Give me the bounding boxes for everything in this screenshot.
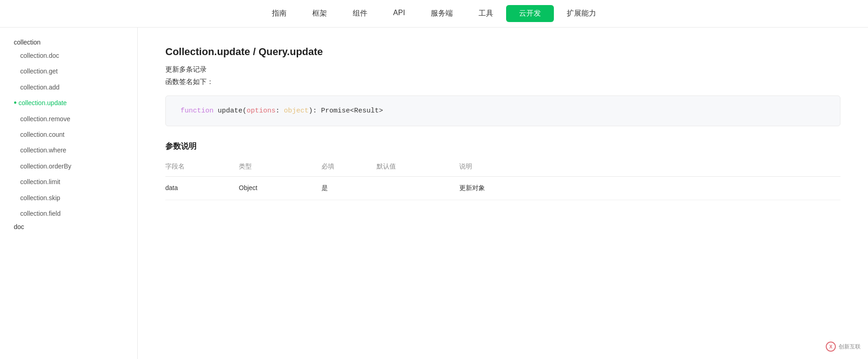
td-default (377, 177, 459, 200)
nav-item-组件[interactable]: 组件 (340, 5, 380, 22)
sidebar-item-collection-get[interactable]: collection.get (0, 63, 137, 79)
nav-item-云开发[interactable]: 云开发 (506, 5, 554, 22)
sidebar-section-collection[interactable]: collection (0, 37, 137, 48)
th-type: 类型 (239, 159, 321, 177)
sidebar-item-collection-doc[interactable]: collection.doc (0, 48, 137, 63)
nav-item-框架[interactable]: 框架 (299, 5, 340, 22)
th-desc: 说明 (459, 159, 840, 177)
sidebar-item-collection-skip[interactable]: collection.skip (0, 190, 137, 206)
sidebar-item-collection-remove[interactable]: collection.remove (0, 111, 137, 127)
td-desc: 更新对象 (459, 177, 840, 200)
func-signature-label: 函数签名如下： (165, 78, 840, 86)
content-area: Collection.update / Query.update 更新多条记录 … (138, 28, 868, 359)
nav-item-工具[interactable]: 工具 (466, 5, 506, 22)
subtitle: 更新多条记录 (165, 65, 840, 74)
code-return: ): Promise<Result> (309, 107, 383, 115)
th-required: 必填 (321, 159, 377, 177)
code-param-name: options (247, 107, 276, 115)
td-field: data (165, 177, 239, 200)
params-table: 字段名 类型 必填 默认值 说明 dataObject是更新对象 (165, 159, 840, 200)
sidebar-item-collection-count[interactable]: collection.count (0, 127, 137, 142)
nav-item-服务端[interactable]: 服务端 (418, 5, 466, 22)
page-title: Collection.update / Query.update (165, 46, 840, 58)
code-block: function update(options: object): Promis… (165, 95, 840, 126)
table-row: dataObject是更新对象 (165, 177, 840, 200)
sidebar-item-collection-field[interactable]: collection.field (0, 206, 137, 221)
top-nav: 指南框架组件API服务端工具云开发扩展能力 (0, 0, 868, 28)
sidebar-item-collection-where[interactable]: collection.where (0, 142, 137, 158)
code-func-keyword: function (180, 107, 214, 115)
main-layout: collectioncollection.doccollection.getco… (0, 28, 868, 359)
watermark-icon: X (826, 342, 836, 352)
nav-items: 指南框架组件API服务端工具云开发扩展能力 (259, 5, 609, 22)
td-type: Object (239, 177, 321, 200)
code-param-type: object (284, 107, 309, 115)
sidebar: collectioncollection.doccollection.getco… (0, 28, 138, 359)
sidebar-item-collection-orderBy[interactable]: collection.orderBy (0, 158, 137, 174)
nav-item-指南[interactable]: 指南 (259, 5, 299, 22)
sidebar-item-collection-limit[interactable]: collection.limit (0, 174, 137, 190)
params-section-title: 参数说明 (165, 141, 840, 151)
watermark: X 创新互联 (826, 342, 861, 352)
th-default: 默认值 (377, 159, 459, 177)
td-required: 是 (321, 177, 377, 200)
nav-item-API[interactable]: API (380, 5, 418, 22)
sidebar-section-doc[interactable]: doc (0, 221, 137, 232)
th-field: 字段名 (165, 159, 239, 177)
sidebar-item-collection-update[interactable]: collection.update (0, 95, 137, 111)
nav-item-扩展能力[interactable]: 扩展能力 (554, 5, 609, 22)
code-colon: : (276, 107, 284, 115)
watermark-text: 创新互联 (839, 343, 861, 351)
code-func-name: update( (214, 107, 247, 115)
sidebar-item-collection-add[interactable]: collection.add (0, 79, 137, 95)
watermark-icon-text: X (829, 344, 833, 349)
